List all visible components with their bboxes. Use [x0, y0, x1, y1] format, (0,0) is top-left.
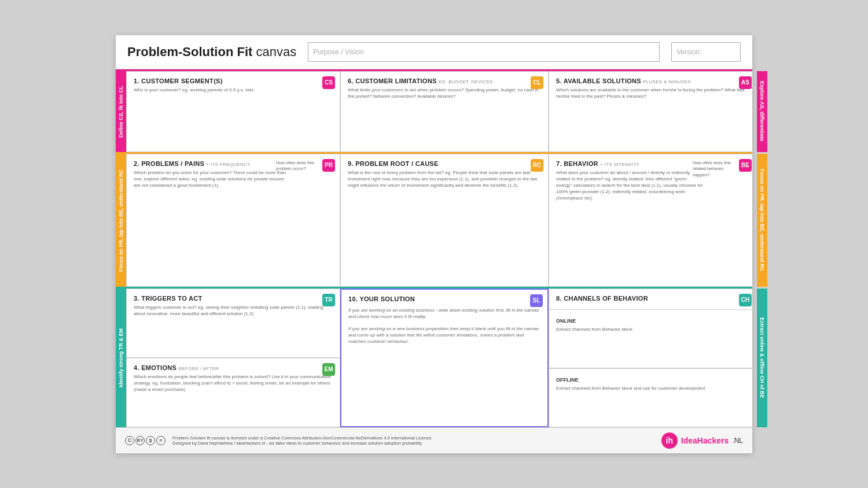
row1-side-left: Define CS, fit into CL [116, 71, 126, 152]
solution-desc1: If you are working on an existing busine… [348, 307, 540, 320]
ch-title: 8. CHANNELS of BEHAVIOR [556, 295, 733, 302]
cl-title: 6. CUSTOMER LIMITATIONS EG. BUDGET, DEVI… [348, 77, 541, 84]
offline-desc: Extract channels from Behavior block and… [556, 385, 749, 391]
be-desc: What does your customer do about / aroun… [556, 169, 703, 202]
be-badge: BE [739, 159, 752, 172]
em-badge: EM [322, 363, 335, 376]
cs-badge: CS [322, 76, 335, 89]
online-title: ONLINE [556, 318, 749, 324]
logo-text: IdeaHackers [681, 436, 729, 445]
cl-badge: CL [531, 76, 543, 89]
logo-suffix: .NL [732, 437, 743, 445]
row2-content: 2. PROBLEMS / PAINS + ITS FREQUENCY Whic… [126, 154, 757, 287]
as-desc: Which solutions are available to the cus… [556, 87, 749, 99]
solution-title: 10. YOUR SOLUTION [348, 295, 540, 302]
row1-content: 1. CUSTOMER SEGMENT(S) Who is your custo… [126, 71, 757, 152]
canvas-body: Define CS, fit into CL 1. CUSTOMER SEGME… [116, 69, 752, 427]
ch-badge: CH [739, 294, 752, 306]
cell-ch-wrapper: CH 8. CHANNELS of BEHAVIOR ONLINE Extrac… [549, 289, 757, 427]
cell-ch-offline: OFFLINE Extract channels from Behavior b… [549, 368, 756, 427]
cell-cs: 1. CUSTOMER SEGMENT(S) Who is your custo… [126, 71, 340, 152]
purpose-box[interactable]: Purpose / Vision [308, 42, 660, 62]
cc-icon-3: $ [146, 436, 155, 445]
canvas-footer: © BY $ = Problem-Solution fit canvas is … [116, 427, 752, 453]
em-title: 4. EMOTIONS BEFORE / AFTER [134, 364, 333, 371]
cc-icon-4: = [156, 436, 165, 445]
title-bold: Problem-Solution Fit [127, 45, 252, 59]
tr-badge: TR [322, 294, 335, 306]
as-title: 5. AVAILABLE SOLUTIONS PLUSES & MINUSES [556, 77, 749, 84]
rc-desc: What is the root of every problem from t… [348, 169, 541, 189]
ch-badge-inner: CH [739, 294, 752, 306]
row3-side-right: Extract online & offline CH of BE [757, 289, 767, 427]
row3-side-left: Identify strong TR & EM [116, 289, 126, 427]
row2-side-left: Focus on PR, tap into BE, understand RC [116, 154, 126, 287]
row3-content: 3. TRIGGERS TO ACT What triggers custome… [126, 289, 757, 427]
cs-desc: Who is your customer? eg. working parent… [134, 87, 333, 93]
row3-left-col: 3. TRIGGERS TO ACT What triggers custome… [126, 289, 340, 427]
footer-logo: ih IdeaHackers.NL [661, 432, 743, 449]
cc-icon-2: BY [135, 436, 145, 445]
footer-cc-icons: © BY $ = [125, 436, 165, 445]
cell-ch-online: ONLINE Extract channels from Behavior bl… [549, 309, 756, 368]
cs-title: 1. CUSTOMER SEGMENT(S) [134, 77, 333, 84]
title-light: canvas [252, 45, 296, 59]
solution-badge: SL [530, 294, 543, 307]
cell-tr: 3. TRIGGERS TO ACT What triggers custome… [126, 289, 340, 358]
canvas-wrapper: Problem-Solution Fit canvas Purpose / Vi… [116, 35, 752, 453]
canvas-title: Problem-Solution Fit canvas [127, 45, 296, 60]
pr-how-often: How often does this problem occur? [276, 160, 317, 172]
offline-title: OFFLINE [556, 377, 749, 383]
footer-text: Problem-Solution fit canvas is licensed … [172, 435, 654, 446]
cell-rc: 9. PROBLEM ROOT / CAUSE What is the root… [340, 154, 549, 287]
row1: Define CS, fit into CL 1. CUSTOMER SEGME… [116, 69, 752, 152]
design-text: Designed by Daria Nepriakhina / IdeaHack… [172, 441, 654, 446]
purpose-label: Purpose / Vision [313, 48, 363, 56]
em-desc: Which emotions do people feel before/aft… [134, 374, 333, 393]
license-text: Problem-Solution fit canvas is licensed … [172, 435, 654, 441]
rc-title: 9. PROBLEM ROOT / CAUSE [348, 160, 541, 167]
cc-icon-1: © [125, 436, 134, 445]
ch-header: 8. CHANNELS of BEHAVIOR [549, 289, 756, 309]
row1-side-right: Explore AS, differentiate [757, 71, 767, 152]
solution-desc2: If you are working on a new business pro… [348, 326, 540, 345]
row2-side-right: Focus on PR, tap into BE, understand RC [757, 154, 767, 287]
rc-badge: RC [531, 159, 543, 172]
logo-icon: ih [661, 432, 678, 449]
cl-desc: What limits your customers to act when p… [348, 87, 541, 99]
cell-solution: 10. YOUR SOLUTION SL If you are working … [340, 289, 549, 427]
pr-desc: Which problem do you solve for your cust… [134, 169, 286, 189]
row3: Identify strong TR & EM 3. TRIGGERS TO A… [116, 287, 752, 427]
cell-pr: 2. PROBLEMS / PAINS + ITS FREQUENCY Whic… [126, 154, 340, 287]
as-badge: AS [739, 76, 752, 89]
cell-be: 7. BEHAVIOR + ITS INTENSITY What does yo… [549, 154, 757, 287]
cell-cl: 6. CUSTOMER LIMITATIONS EG. BUDGET, DEVI… [340, 71, 549, 152]
tr-title: 3. TRIGGERS TO ACT [134, 295, 333, 302]
online-desc: Extract channels from Behavior block [556, 326, 749, 332]
canvas-header: Problem-Solution Fit canvas Purpose / Vi… [116, 35, 752, 69]
row2: Focus on PR, tap into BE, understand RC … [116, 152, 752, 287]
version-box[interactable]: Version: [671, 42, 741, 62]
be-how-often: How often does this related behavior hap… [693, 160, 733, 179]
version-label: Version: [676, 48, 701, 56]
cell-as: 5. AVAILABLE SOLUTIONS PLUSES & MINUSES … [549, 71, 757, 152]
cell-em: 4. EMOTIONS BEFORE / AFTER Which emotion… [126, 358, 340, 427]
tr-desc: What triggers customer to act? eg. seein… [134, 304, 333, 317]
pr-badge: PR [322, 159, 335, 172]
